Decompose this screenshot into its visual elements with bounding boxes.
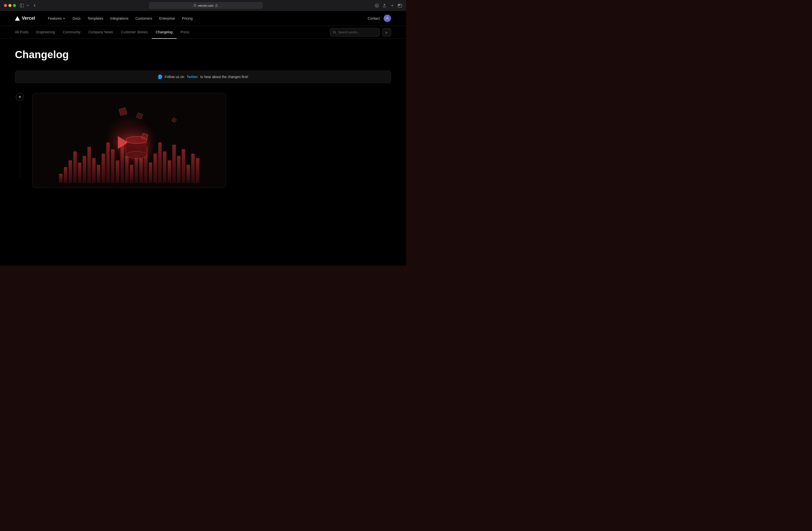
expand-button[interactable]: + [16, 93, 24, 101]
nav-links: Features Docs Templates Integrations Cus… [45, 15, 368, 22]
bar [97, 165, 100, 183]
post-card[interactable] [32, 93, 226, 188]
chevron-down-icon [62, 17, 66, 20]
blog-nav-links: All Posts Engineering Community Company … [15, 26, 330, 39]
browser-content: Vercel Features Docs Templates Integrati… [0, 11, 406, 266]
bar [163, 151, 166, 183]
svg-rect-3 [216, 5, 218, 7]
address-bar[interactable]: vercel.com [149, 2, 263, 9]
svg-rect-19 [126, 144, 147, 148]
sidebar-icon[interactable] [20, 3, 24, 8]
nav-docs[interactable]: Docs [70, 15, 84, 22]
bar [92, 158, 96, 183]
main-content: Changelog Follow us on Twitter to hear a… [0, 39, 406, 266]
lock-icon [193, 4, 197, 8]
post-image [32, 93, 226, 188]
timeline-col: + [15, 93, 25, 178]
os-window: vercel.com Vercel Features Docs [0, 0, 406, 266]
search-placeholder: Search posts... [338, 30, 360, 34]
nav-pricing[interactable]: Pricing [179, 15, 196, 22]
bar [87, 147, 91, 183]
chevron-down-icon[interactable] [26, 3, 30, 8]
search-box[interactable]: Search posts... [330, 28, 380, 37]
page-title: Changelog [15, 49, 391, 61]
logo-text: Vercel [22, 16, 35, 21]
bar [69, 160, 72, 183]
avatar-icon [385, 16, 390, 20]
blog-nav-right: Search posts... [330, 28, 391, 37]
svg-rect-9 [398, 4, 400, 5]
svg-rect-22 [142, 133, 148, 140]
bar [177, 156, 180, 183]
minimize-button[interactable] [9, 4, 11, 7]
blog-nav-customer-stories[interactable]: Customer Stories [117, 26, 152, 39]
blog-nav-company-news[interactable]: Company News [84, 26, 117, 39]
database-svg [104, 115, 154, 165]
user-avatar[interactable] [383, 15, 391, 22]
download-icon[interactable] [375, 3, 379, 8]
nav-features[interactable]: Features [45, 15, 69, 22]
visualization [32, 93, 226, 188]
contact-link[interactable]: Contact [368, 16, 380, 20]
blog-nav-engineering[interactable]: Engineering [32, 26, 59, 39]
bar [172, 145, 176, 183]
svg-rect-0 [20, 4, 24, 7]
tabs-icon[interactable] [398, 3, 402, 8]
blog-nav-all-posts[interactable]: All Posts [15, 26, 32, 39]
site-nav: Vercel Features Docs Templates Integrati… [0, 11, 406, 26]
title-bar-right [375, 3, 402, 8]
site-logo[interactable]: Vercel [15, 16, 35, 21]
rss-button[interactable] [382, 28, 391, 37]
database-icon [104, 115, 154, 166]
nav-customers[interactable]: Customers [132, 15, 155, 22]
new-tab-icon[interactable] [390, 3, 394, 8]
bar [191, 154, 195, 183]
timeline-line [20, 103, 20, 178]
content-layout: + [15, 93, 391, 188]
bar [83, 156, 86, 183]
bar [64, 167, 67, 183]
nav-integrations[interactable]: Integrations [107, 15, 131, 22]
bar [73, 151, 77, 183]
bar [78, 163, 82, 183]
twitter-suffix: to hear about the changes first! [200, 75, 248, 79]
nav-right: Contact [368, 15, 391, 22]
nav-enterprise[interactable]: Enterprise [156, 15, 178, 22]
close-button[interactable] [4, 4, 7, 7]
traffic-lights [4, 4, 16, 7]
bar [168, 160, 171, 183]
back-icon[interactable] [33, 3, 37, 8]
rss-icon [385, 30, 389, 34]
blog-nav-changelog[interactable]: Changelog [152, 26, 176, 39]
blog-nav-community[interactable]: Community [59, 26, 84, 39]
lock-secure-icon [215, 4, 218, 7]
bar [158, 142, 162, 183]
svg-point-17 [126, 151, 147, 158]
float-square-3 [119, 107, 127, 116]
float-square-2 [171, 117, 177, 123]
search-icon [333, 31, 336, 34]
svg-line-12 [335, 33, 336, 34]
twitter-link[interactable]: Twitter [187, 75, 198, 79]
bar [187, 165, 190, 183]
twitter-icon [158, 74, 162, 79]
maximize-button[interactable] [13, 4, 16, 7]
title-bar: vercel.com [0, 0, 406, 11]
bar [59, 174, 62, 183]
twitter-banner[interactable]: Follow us on Twitter to hear about the c… [15, 71, 391, 83]
svg-rect-2 [194, 5, 196, 6]
twitter-prefix: Follow us on [165, 75, 184, 79]
back-forward-controls [20, 3, 30, 8]
nav-templates[interactable]: Templates [84, 15, 106, 22]
blog-nav-press[interactable]: Press [176, 26, 193, 39]
bar [130, 165, 133, 183]
share-icon[interactable] [382, 3, 387, 8]
bar [196, 158, 199, 183]
vercel-logo-triangle [15, 16, 20, 20]
svg-point-13 [386, 33, 386, 33]
url-text: vercel.com [198, 4, 214, 8]
svg-point-11 [333, 31, 335, 33]
bar [182, 149, 185, 183]
blog-subnav: All Posts Engineering Community Company … [0, 26, 406, 39]
